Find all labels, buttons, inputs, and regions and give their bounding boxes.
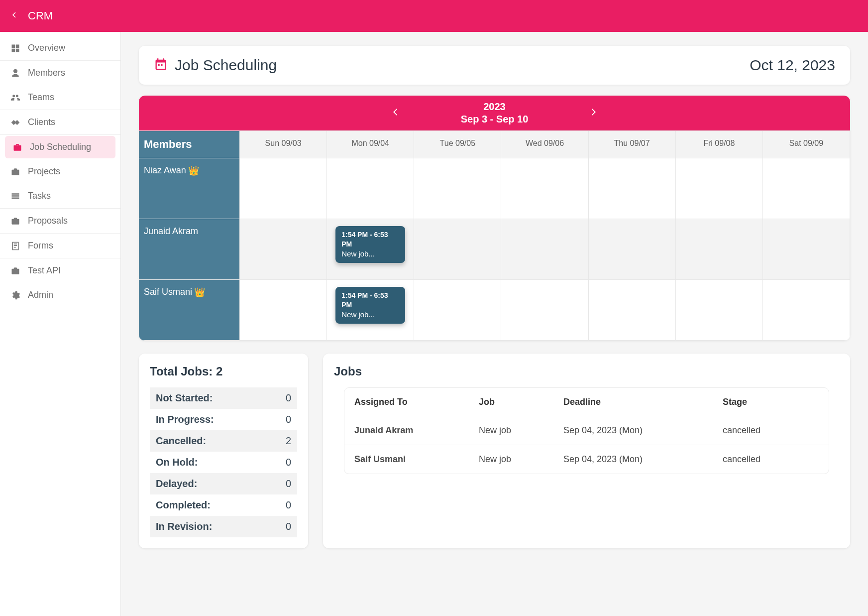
day-header: Thu 09/07	[589, 131, 676, 158]
job-name: New job	[469, 416, 553, 445]
crown-icon: 👑	[194, 287, 205, 298]
sidebar-item-forms[interactable]: Forms	[0, 234, 120, 258]
member-name[interactable]: Niaz Awan👑	[139, 158, 240, 219]
schedule-cell[interactable]	[589, 219, 676, 280]
schedule-cell[interactable]	[414, 158, 501, 219]
schedule-cell[interactable]	[676, 280, 763, 341]
stat-line: Completed:0	[150, 494, 297, 516]
sidebar-item-test-api[interactable]: Test API	[0, 258, 120, 283]
day-header: Sun 09/03	[240, 131, 327, 158]
jobs-title: Jobs	[334, 365, 839, 378]
schedule-row: Niaz Awan👑	[139, 158, 850, 219]
crown-icon: 👑	[188, 165, 199, 176]
jobs-col-stage: Stage	[713, 388, 829, 416]
chevron-right-icon[interactable]	[588, 107, 599, 120]
jobs-table-row[interactable]: Junaid AkramNew jobSep 04, 2023 (Mon)can…	[344, 416, 829, 445]
stat-value: 0	[286, 499, 291, 511]
job-chip[interactable]: 1:54 PM - 6:53 PMNew job...	[335, 287, 405, 324]
job-name: New job	[469, 445, 553, 474]
stat-line: Not Started:0	[150, 387, 297, 409]
schedule-cell[interactable]	[240, 219, 327, 280]
schedule-cell[interactable]	[763, 158, 850, 219]
sidebar-item-job-scheduling[interactable]: Job Scheduling	[5, 136, 115, 158]
member-name[interactable]: Saif Usmani👑	[139, 280, 240, 341]
person-icon	[10, 68, 21, 78]
week-nav: 2023 Sep 3 - Sep 10	[139, 96, 850, 130]
schedule-row: Saif Usmani👑1:54 PM - 6:53 PMNew job...	[139, 280, 850, 341]
job-chip-title: New job...	[341, 249, 399, 259]
schedule-cell[interactable]	[327, 158, 414, 219]
briefcase-doc-icon	[10, 216, 21, 226]
stat-label: In Revision:	[156, 521, 212, 532]
page-title: Job Scheduling	[175, 57, 277, 74]
schedule-cell[interactable]: 1:54 PM - 6:53 PMNew job...	[327, 280, 414, 341]
schedule-cell[interactable]: 1:54 PM - 6:53 PMNew job...	[327, 219, 414, 280]
schedule-cell[interactable]	[501, 280, 588, 341]
sidebar-item-proposals[interactable]: Proposals	[0, 209, 120, 233]
sidebar-item-clients[interactable]: Clients	[0, 110, 120, 134]
day-header: Tue 09/05	[414, 131, 501, 158]
header-date: Oct 12, 2023	[750, 57, 835, 74]
schedule-cell[interactable]	[414, 219, 501, 280]
form-icon	[10, 241, 21, 251]
sidebar-item-label: Teams	[28, 92, 54, 103]
members-header: Members	[139, 131, 240, 158]
schedule-cell[interactable]	[676, 219, 763, 280]
job-chip-time: 1:54 PM - 6:53 PM	[341, 230, 399, 249]
week-nav-range: Sep 3 - Sep 10	[461, 113, 529, 125]
stat-value: 0	[286, 414, 291, 425]
schedule-cell[interactable]	[589, 158, 676, 219]
sidebar-item-admin[interactable]: Admin	[0, 283, 120, 307]
stat-label: On Hold:	[156, 457, 198, 468]
schedule-cell[interactable]	[589, 280, 676, 341]
job-chip-time: 1:54 PM - 6:53 PM	[341, 291, 399, 310]
briefcase-icon	[12, 142, 23, 152]
jobs-card: Jobs Assigned To Job Deadline Stage Juna…	[323, 354, 850, 548]
chevron-left-icon[interactable]	[390, 107, 401, 120]
schedule-cell[interactable]	[240, 158, 327, 219]
schedule-cell[interactable]	[501, 158, 588, 219]
sidebar-item-tasks[interactable]: Tasks	[0, 184, 120, 208]
job-chip-title: New job...	[341, 310, 399, 320]
sidebar-item-label: Test API	[28, 265, 61, 276]
schedule-cell[interactable]	[501, 219, 588, 280]
sidebar-item-overview[interactable]: Overview	[0, 36, 120, 60]
stat-line: In Progress:0	[150, 409, 297, 430]
briefcase-gear-icon	[10, 167, 21, 177]
member-name[interactable]: Junaid Akram	[139, 219, 240, 280]
job-deadline: Sep 04, 2023 (Mon)	[553, 445, 713, 474]
handshake-icon	[10, 118, 21, 127]
stat-line: Cancelled:2	[150, 430, 297, 452]
calendar-icon	[154, 57, 168, 73]
stat-line: In Revision:0	[150, 516, 297, 537]
schedule-cell[interactable]	[414, 280, 501, 341]
job-chip[interactable]: 1:54 PM - 6:53 PMNew job...	[335, 226, 405, 263]
job-stage: cancelled	[713, 445, 829, 474]
stat-value: 0	[286, 521, 291, 532]
back-icon[interactable]	[10, 10, 19, 21]
stats-card: Total Jobs: 2 Not Started:0In Progress:0…	[139, 354, 308, 548]
jobs-col-assigned: Assigned To	[344, 388, 469, 416]
schedule-cell[interactable]	[676, 158, 763, 219]
job-assigned: Saif Usmani	[344, 445, 469, 474]
sidebar-item-projects[interactable]: Projects	[0, 159, 120, 184]
day-header: Fri 09/08	[676, 131, 763, 158]
schedule-grid-header: Members Sun 09/03 Mon 09/04 Tue 09/05 We…	[139, 131, 850, 158]
week-nav-label: 2023 Sep 3 - Sep 10	[461, 101, 529, 125]
jobs-table-row[interactable]: Saif UsmaniNew jobSep 04, 2023 (Mon)canc…	[344, 445, 829, 474]
sidebar-item-members[interactable]: Members	[0, 61, 120, 85]
sidebar-item-label: Admin	[28, 290, 53, 300]
job-deadline: Sep 04, 2023 (Mon)	[553, 416, 713, 445]
schedule-cell[interactable]	[240, 280, 327, 341]
list-icon	[10, 191, 21, 201]
gear-icon	[10, 290, 21, 300]
schedule-cell[interactable]	[763, 219, 850, 280]
sidebar-item-teams[interactable]: Teams	[0, 85, 120, 110]
app-title: CRM	[28, 9, 53, 22]
stat-label: Completed:	[156, 499, 211, 511]
topbar: CRM	[0, 0, 868, 32]
schedule-cell[interactable]	[763, 280, 850, 341]
grid-icon	[10, 43, 21, 53]
stat-label: Delayed:	[156, 478, 197, 490]
stat-label: Not Started:	[156, 392, 213, 404]
